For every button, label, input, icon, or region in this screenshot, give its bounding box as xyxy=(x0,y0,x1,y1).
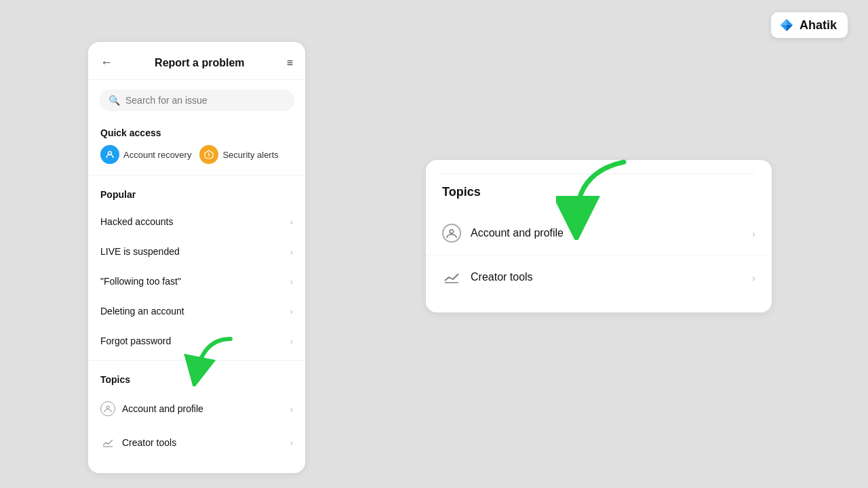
chart-icon xyxy=(100,435,115,450)
right-list-item-left: Account and profile xyxy=(442,224,564,243)
list-item-hacked-accounts[interactable]: Hacked accounts › xyxy=(88,207,305,237)
left-panel: ← Report a problem ≡ 🔍 Quick access Acco… xyxy=(88,42,305,473)
account-recovery-label: Account recovery xyxy=(123,150,191,160)
search-input[interactable] xyxy=(125,95,285,106)
list-item-live-suspended[interactable]: LIVE is suspended › xyxy=(88,237,305,266)
right-panel: Topics Account and profile › Creator too… xyxy=(426,160,772,312)
chevron-icon-right: › xyxy=(752,228,755,239)
svg-marker-8 xyxy=(781,19,787,25)
creator-tools-text-right: Creator tools xyxy=(471,271,533,283)
panel-header: ← Report a problem ≡ xyxy=(88,42,305,80)
list-item-account-profile[interactable]: Account and profile › xyxy=(88,392,305,426)
svg-point-3 xyxy=(106,406,109,409)
ahatik-diamond-icon xyxy=(779,18,794,33)
person-icon xyxy=(100,401,115,416)
list-item-left: Creator tools xyxy=(100,435,176,450)
chevron-icon: › xyxy=(290,277,293,287)
quick-access-label: Quick access xyxy=(88,118,305,145)
chevron-icon-right: › xyxy=(752,272,755,283)
chevron-icon: › xyxy=(290,217,293,227)
search-bar: 🔍 xyxy=(99,89,294,111)
chevron-icon: › xyxy=(290,404,293,414)
chart-icon-right xyxy=(442,268,461,287)
list-item-left: Account and profile xyxy=(100,401,203,416)
popular-label: Popular xyxy=(88,180,305,207)
right-panel-inner: Topics xyxy=(426,160,772,199)
security-alerts-label: Security alerts xyxy=(222,150,278,160)
ahatik-text: Ahatik xyxy=(800,18,837,33)
list-item-creator-tools[interactable]: Creator tools › xyxy=(88,426,305,460)
svg-marker-9 xyxy=(787,25,793,31)
list-item-forgot-password[interactable]: Forgot password › xyxy=(88,326,305,356)
panel-title: Report a problem xyxy=(155,57,244,69)
right-list-item-left: Creator tools xyxy=(442,268,533,287)
list-item-deleting-account[interactable]: Deleting an account › xyxy=(88,296,305,326)
divider-1 xyxy=(88,175,305,176)
divider-2 xyxy=(88,360,305,361)
account-recovery-icon xyxy=(100,145,119,164)
security-alerts-icon xyxy=(199,145,218,164)
top-divider xyxy=(442,174,755,174)
quick-access-row: Account recovery Security alerts xyxy=(88,145,305,171)
chevron-icon: › xyxy=(290,306,293,317)
search-icon: 🔍 xyxy=(108,95,120,106)
ahatik-logo: Ahatik xyxy=(771,12,848,38)
person-icon-right xyxy=(442,224,461,243)
svg-point-5 xyxy=(450,230,454,234)
chevron-icon: › xyxy=(290,438,293,448)
account-profile-text-right: Account and profile xyxy=(471,227,564,239)
menu-icon: ≡ xyxy=(287,57,293,69)
right-list-item-creator-tools[interactable]: Creator tools › xyxy=(426,256,772,299)
right-list-item-account-profile[interactable]: Account and profile › xyxy=(426,211,772,256)
back-button[interactable]: ← xyxy=(100,56,113,70)
chevron-icon: › xyxy=(290,336,293,346)
svg-point-2 xyxy=(209,156,210,157)
topics-right-label: Topics xyxy=(442,185,755,199)
topics-left-label: Topics xyxy=(88,365,305,392)
chevron-icon: › xyxy=(290,247,293,257)
quick-item-security-alerts[interactable]: Security alerts xyxy=(199,145,278,164)
quick-item-account-recovery[interactable]: Account recovery xyxy=(100,145,191,164)
list-item-following-too-fast[interactable]: "Following too fast" › xyxy=(88,266,305,296)
